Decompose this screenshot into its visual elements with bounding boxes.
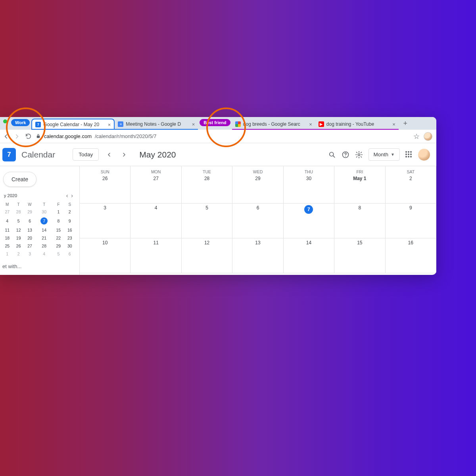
tab-dog-training[interactable]: ▶ dog training - YouTube × (315, 119, 399, 130)
day-cell[interactable]: 13 (232, 238, 283, 273)
today-button[interactable]: Today (73, 148, 99, 161)
mini-day-cell[interactable]: 5 (53, 250, 64, 258)
meet-with-label[interactable]: et with... (2, 263, 75, 269)
tab-meeting-notes[interactable]: ≡ Meeting Notes - Google D × (115, 119, 198, 130)
prev-month-button[interactable] (104, 150, 114, 159)
forward-icon[interactable] (13, 133, 21, 140)
day-cell[interactable]: 2 (386, 174, 436, 203)
close-icon[interactable]: × (392, 122, 395, 127)
mini-day-cell[interactable]: 21 (35, 234, 53, 242)
day-cell[interactable]: 14 (284, 238, 334, 273)
url-path: /calendar/r/month/2020/5/7 (95, 133, 156, 139)
youtube-favicon-icon: ▶ (319, 121, 324, 127)
lock-icon (36, 134, 41, 139)
day-cell[interactable]: 16 (386, 238, 436, 273)
mini-day-cell[interactable]: 28 (13, 208, 24, 216)
mini-day-cell[interactable]: 3 (24, 250, 35, 258)
day-cell[interactable]: 30 (284, 174, 334, 203)
mini-day-cell[interactable]: 25 (2, 242, 13, 250)
mini-day-cell[interactable]: 8 (53, 216, 64, 226)
help-icon[interactable] (342, 151, 349, 159)
dow-cell: THU (284, 166, 334, 174)
dow-cell: MON (131, 166, 181, 174)
mini-day-cell[interactable]: 20 (24, 234, 35, 242)
mini-day-cell[interactable]: 12 (13, 226, 24, 234)
mini-day-cell[interactable]: 6 (24, 216, 35, 226)
reload-icon[interactable] (25, 133, 32, 140)
mini-day-cell[interactable]: 2 (13, 250, 24, 258)
mini-day-cell[interactable]: 14 (35, 226, 53, 234)
mini-day-cell[interactable]: 18 (2, 234, 13, 242)
apps-grid-icon[interactable] (405, 151, 413, 158)
tab-dog-breeds[interactable]: dog breeds - Google Searc × (232, 119, 315, 130)
mini-month-title: y 2020 (4, 193, 17, 198)
mini-calendar[interactable]: y 2020 ‹ › MTWTFS 2728293012456789111213… (2, 192, 75, 258)
day-cell[interactable]: 28 (182, 174, 232, 203)
mini-day-cell[interactable]: 26 (13, 242, 24, 250)
mini-day-cell[interactable]: 1 (53, 208, 64, 216)
view-selector[interactable]: Month ▼ (369, 148, 400, 161)
mini-day-cell[interactable]: 9 (64, 216, 75, 226)
window-control-dot[interactable] (3, 119, 7, 123)
url-host: calendar.google.com (44, 133, 92, 139)
day-cell[interactable]: 12 (182, 238, 232, 273)
mini-day-cell[interactable]: 29 (53, 242, 64, 250)
tab-google-calendar[interactable]: 7 Google Calendar - May 20 × (31, 119, 115, 130)
day-cell[interactable]: 6 (232, 203, 283, 238)
mini-day-cell[interactable]: 13 (24, 226, 35, 234)
dow-cell: TUE (182, 166, 232, 174)
day-cell[interactable]: 5 (182, 203, 232, 238)
mini-day-cell[interactable]: 28 (35, 242, 53, 250)
day-cell[interactable]: 11 (131, 238, 181, 273)
mini-day-cell[interactable]: 30 (64, 242, 75, 250)
day-cell[interactable]: 29 (232, 174, 283, 203)
next-month-button[interactable] (119, 150, 129, 159)
day-cell[interactable]: 15 (334, 238, 385, 273)
mini-day-cell[interactable]: 23 (64, 234, 75, 242)
tab-group-best-friend[interactable]: Best friend (200, 119, 230, 126)
mini-next-icon[interactable]: › (71, 192, 73, 199)
tab-label: dog breeds - Google Searc (243, 121, 307, 127)
close-icon[interactable]: × (192, 122, 195, 127)
mini-day-cell[interactable]: 16 (64, 226, 75, 234)
day-cell[interactable]: 27 (131, 174, 181, 203)
mini-day-cell[interactable]: 6 (64, 250, 75, 258)
close-icon[interactable]: × (309, 122, 312, 127)
day-cell[interactable]: 4 (131, 203, 181, 238)
mini-day-cell[interactable]: 22 (53, 234, 64, 242)
mini-prev-icon[interactable]: ‹ (66, 192, 68, 199)
mini-day-cell[interactable]: 27 (24, 242, 35, 250)
day-cell[interactable]: May 1 (334, 174, 385, 203)
day-cell[interactable]: 7 (284, 203, 334, 238)
url-field[interactable]: calendar.google.com/calendar/r/month/202… (36, 133, 409, 139)
search-icon[interactable] (328, 151, 336, 159)
mini-day-cell[interactable]: 5 (13, 216, 24, 226)
mini-day-cell[interactable]: 27 (2, 208, 13, 216)
mini-day-cell[interactable]: 4 (35, 250, 53, 258)
chevron-down-icon: ▼ (391, 152, 395, 157)
mini-day-cell[interactable]: 4 (2, 216, 13, 226)
profile-avatar[interactable] (424, 132, 432, 141)
tab-group-work[interactable]: Work (11, 119, 30, 126)
settings-gear-icon[interactable] (355, 151, 363, 159)
mini-day-cell[interactable]: 29 (24, 208, 35, 216)
mini-day-cell[interactable]: 19 (13, 234, 24, 242)
close-icon[interactable]: × (108, 122, 111, 127)
calendar-body: Create y 2020 ‹ › MTWTFS 272829301245678… (0, 166, 436, 275)
day-cell[interactable]: 26 (80, 174, 131, 203)
bookmark-icon[interactable]: ☆ (413, 132, 420, 141)
day-cell[interactable]: 10 (80, 238, 131, 273)
mini-day-cell[interactable]: 7 (35, 216, 53, 226)
mini-day-cell[interactable]: 15 (53, 226, 64, 234)
day-cell[interactable]: 8 (334, 203, 385, 238)
mini-day-cell[interactable]: 1 (2, 250, 13, 258)
day-cell[interactable]: 3 (80, 203, 131, 238)
day-cell[interactable]: 9 (386, 203, 436, 238)
back-icon[interactable] (2, 133, 10, 140)
mini-day-cell[interactable]: 11 (2, 226, 13, 234)
create-button[interactable]: Create (3, 172, 36, 187)
mini-day-cell[interactable]: 2 (64, 208, 75, 216)
account-avatar[interactable] (418, 149, 430, 161)
mini-day-cell[interactable]: 30 (35, 208, 53, 216)
new-tab-button[interactable]: + (400, 119, 411, 128)
